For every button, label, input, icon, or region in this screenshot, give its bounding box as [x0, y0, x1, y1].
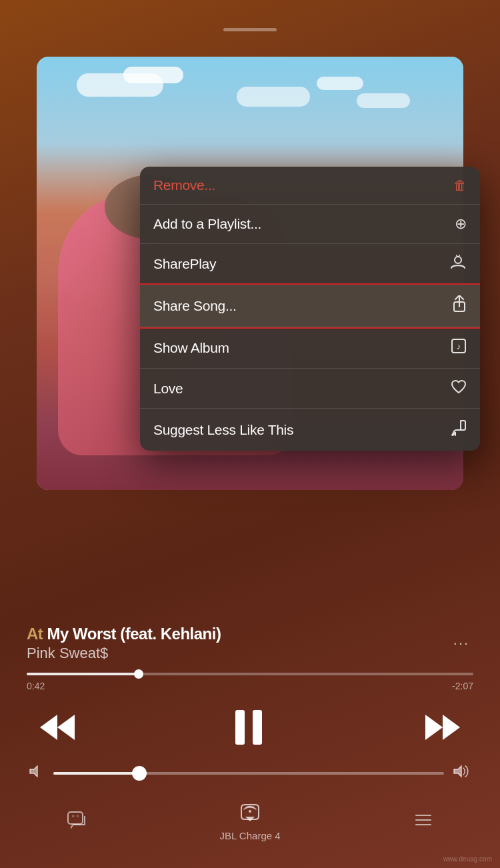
thumbsdown-icon [451, 419, 467, 440]
device-name: JBL Charge 4 [219, 830, 280, 841]
menu-label-remove: Remove... [153, 177, 215, 193]
svg-rect-6 [461, 421, 465, 430]
menu-item-share-song[interactable]: Share Song... [140, 285, 480, 327]
heart-icon [451, 379, 467, 397]
controls-row [27, 710, 473, 745]
menu-label-share-song: Share Song... [153, 298, 237, 314]
rewind-button[interactable] [40, 715, 75, 740]
time-row: 0:42 -2:07 [27, 681, 473, 691]
menu-label-add-playlist: Add to a Playlist... [153, 216, 261, 232]
svg-text:♪: ♪ [457, 341, 461, 351]
cloud-3 [237, 87, 310, 107]
menu-item-shareplay[interactable]: SharePlay [140, 244, 480, 285]
cloud-5 [357, 93, 410, 108]
menu-item-suggest-less[interactable]: Suggest Less Like This [140, 409, 480, 451]
menu-item-show-album[interactable]: Show Album ♪ [140, 327, 480, 369]
song-info: At My Worst (feat. Kehlani) Pink Sweat$ [27, 625, 221, 662]
lyrics-button[interactable]: " " [67, 811, 87, 834]
svg-point-12 [249, 810, 251, 813]
rewind-icon [40, 715, 75, 740]
airplay-icon[interactable] [239, 803, 261, 827]
at-prefix: At [27, 625, 43, 643]
playlist-icon: ⊕ [455, 215, 467, 233]
volume-low-icon [29, 765, 44, 781]
volume-row [27, 765, 473, 781]
volume-high-icon [453, 765, 471, 781]
menu-label-shareplay: SharePlay [153, 256, 216, 272]
pause-button[interactable] [235, 710, 265, 745]
volume-fill [53, 772, 139, 775]
svg-point-1 [457, 255, 459, 257]
progress-thumb [134, 669, 143, 679]
shareplay-icon [449, 255, 467, 273]
share-icon [452, 295, 467, 316]
time-elapsed: 0:42 [27, 681, 45, 691]
handle-bar [223, 28, 277, 31]
cloud-4 [317, 77, 363, 90]
menu-label-show-album: Show Album [153, 340, 229, 356]
pause-bar-left [235, 710, 245, 745]
context-menu: Remove... 🗑 Add to a Playlist... ⊕ Share… [140, 167, 480, 451]
song-info-row: At My Worst (feat. Kehlani) Pink Sweat$ … [27, 625, 473, 662]
svg-text:" ": " " [72, 815, 79, 822]
svg-marker-8 [454, 766, 461, 777]
progress-container [27, 673, 473, 675]
volume-thumb [132, 766, 147, 781]
pause-bar-right [253, 710, 262, 745]
forward-button[interactable] [425, 715, 460, 740]
song-title-text: My Worst (feat. Kehlani) [47, 625, 221, 643]
queue-button[interactable] [413, 812, 433, 833]
menu-item-love[interactable]: Love [140, 369, 480, 409]
album-icon: ♪ [451, 338, 467, 357]
phone-container: Remove... 🗑 Add to a Playlist... ⊕ Share… [0, 0, 500, 868]
song-artist: Pink Sweat$ [27, 645, 221, 662]
svg-marker-7 [30, 766, 37, 777]
menu-label-love: Love [153, 381, 183, 397]
cloud-2 [123, 67, 183, 83]
song-title: At My Worst (feat. Kehlani) [27, 625, 221, 643]
time-remaining: -2:07 [452, 681, 473, 691]
player-section: At My Worst (feat. Kehlani) Pink Sweat$ … [0, 611, 500, 868]
airplay-section: JBL Charge 4 [219, 803, 280, 841]
pause-icon [235, 710, 265, 745]
progress-fill [27, 673, 139, 675]
watermark: www.deuag.com [443, 855, 492, 863]
menu-label-suggest-less: Suggest Less Like This [153, 422, 293, 438]
more-button[interactable]: ··· [449, 631, 473, 655]
forward-icon [425, 715, 460, 740]
progress-bar[interactable] [27, 673, 473, 675]
svg-point-0 [455, 257, 461, 263]
menu-item-remove[interactable]: Remove... 🗑 [140, 167, 480, 205]
volume-slider[interactable] [53, 772, 444, 775]
bottom-bar: " " JBL Charge 4 [27, 803, 473, 841]
menu-item-add-playlist[interactable]: Add to a Playlist... ⊕ [140, 205, 480, 244]
more-dots-icon: ··· [453, 635, 469, 652]
trash-icon: 🗑 [453, 178, 467, 193]
